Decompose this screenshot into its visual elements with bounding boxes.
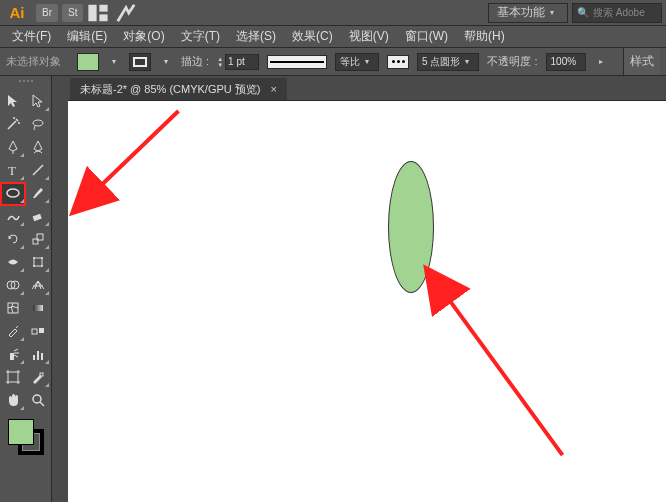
svg-point-14 [41,265,43,267]
menu-view[interactable]: 视图(V) [341,26,397,47]
document-tab-title: 未标题-2* @ 85% (CMYK/GPU 预览) [80,82,260,97]
brush-definition[interactable]: 5 点圆形 ▾ [417,53,479,71]
workspace-switcher[interactable]: 基本功能 ▾ [488,3,568,23]
fill-color-chip[interactable] [8,419,34,445]
curvature-tool[interactable] [26,136,50,158]
svg-point-11 [33,257,35,259]
mesh-tool[interactable] [1,297,25,319]
column-graph-tool[interactable] [26,343,50,365]
stroke-swatch[interactable] [129,53,151,71]
ai-logo: Ai [4,3,30,23]
menu-help[interactable]: 帮助(H) [456,26,513,47]
magic-wand-tool[interactable] [1,113,25,135]
annotation-arrow-to-shape [428,271,563,456]
chevron-down-icon: ▾ [545,4,559,22]
annotation-overlay [68,101,666,502]
canvas[interactable] [68,100,666,502]
opacity-chevron-icon[interactable]: ▸ [594,53,608,71]
svg-rect-0 [89,4,97,21]
svg-rect-7 [33,214,42,221]
perspective-grid-tool[interactable] [26,274,50,296]
search-placeholder: 搜索 Adobe [593,6,645,20]
direct-selection-tool[interactable] [26,90,50,112]
fill-dd-icon[interactable]: ▾ [107,53,121,71]
zoom-tool[interactable] [26,389,50,411]
brush-preview[interactable] [387,55,409,69]
stroke-sample[interactable] [267,55,327,69]
menu-effect[interactable]: 效果(C) [284,26,341,47]
selection-status: 未选择对象 [6,54,61,69]
line-segment-tool[interactable] [26,159,50,181]
bridge-button[interactable]: Br [36,4,58,22]
rotate-tool[interactable] [1,228,25,250]
menu-object[interactable]: 对象(O) [115,26,172,47]
svg-rect-22 [33,355,35,360]
stock-button[interactable]: St [62,4,83,22]
scale-tool[interactable] [26,228,50,250]
svg-line-28 [40,402,44,406]
blend-tool[interactable] [26,320,50,342]
stroke-dd-icon[interactable]: ▾ [159,53,173,71]
shape-builder-tool[interactable] [1,274,25,296]
graphic-style[interactable]: 样式 [623,48,660,75]
menu-bar: 文件(F) 编辑(E) 对象(O) 文字(T) 选择(S) 效果(C) 视图(V… [0,26,666,48]
workspace-body: T [0,76,666,502]
document-tab-bar: 未标题-2* @ 85% (CMYK/GPU 预览) × [68,76,666,100]
annotation-arrow-to-tool [75,111,179,211]
svg-rect-19 [32,329,37,334]
menu-edit[interactable]: 编辑(E) [59,26,115,47]
eyedropper-tool[interactable] [1,320,25,342]
svg-rect-18 [33,305,43,311]
menu-select[interactable]: 选择(S) [228,26,284,47]
svg-point-27 [33,395,41,403]
close-icon[interactable]: × [270,83,276,95]
app-root: Ai Br St 基本功能 ▾ 🔍 搜索 Adobe 文件(F) 编辑(E) 对… [0,0,666,502]
hand-tool[interactable] [1,389,25,411]
selection-tool[interactable] [1,90,25,112]
menu-type[interactable]: 文字(T) [173,26,228,47]
title-bar: Ai Br St 基本功能 ▾ 🔍 搜索 Adobe [0,0,666,26]
type-tool[interactable]: T [1,159,25,181]
variable-width-profile[interactable]: 等比 ▾ [335,53,379,71]
gpu-perf-icon[interactable] [115,4,137,22]
stroke-weight-stepper[interactable]: ▲▼ [217,53,259,71]
opacity-label: 不透明度 : [487,54,537,69]
panel-grip[interactable] [6,80,46,88]
pen-tool[interactable] [1,136,25,158]
artboard-tool[interactable] [1,366,25,388]
fill-swatch[interactable] [77,53,99,71]
svg-rect-20 [39,328,44,333]
gradient-tool[interactable] [26,297,50,319]
width-tool[interactable] [1,251,25,273]
stroke-weight-input[interactable] [225,54,259,70]
svg-point-3 [33,120,43,126]
slice-tool[interactable] [26,366,50,388]
svg-rect-24 [41,353,43,360]
search-input[interactable]: 🔍 搜索 Adobe [572,3,662,23]
eraser-tool[interactable] [26,205,50,227]
svg-rect-23 [37,351,39,360]
fill-stroke-color[interactable] [6,417,46,457]
control-bar: 未选择对象 ▾ ▾ 描边 : ▲▼ 等比 ▾ 5 点圆形 ▾ 不透明度 : 10… [0,48,666,76]
opacity-input[interactable]: 100% [546,53,586,71]
workspace-label: 基本功能 [497,4,545,21]
menu-file[interactable]: 文件(F) [4,26,59,47]
svg-rect-26 [40,373,43,376]
svg-rect-17 [8,303,18,313]
free-transform-tool[interactable] [26,251,50,273]
svg-point-12 [41,257,43,259]
menu-window[interactable]: 窗口(W) [397,26,456,47]
shaper-tool[interactable] [1,205,25,227]
lasso-tool[interactable] [26,113,50,135]
paintbrush-tool[interactable] [26,182,50,204]
svg-line-5 [33,165,43,175]
document-tab[interactable]: 未标题-2* @ 85% (CMYK/GPU 预览) × [70,78,287,100]
drawn-ellipse-shape[interactable] [388,161,434,293]
svg-text:T: T [8,163,16,178]
tool-panel: T [0,76,52,502]
symbol-sprayer-tool[interactable] [1,343,25,365]
svg-point-13 [33,265,35,267]
ellipse-tool[interactable] [1,182,25,204]
svg-rect-10 [34,258,42,266]
arrange-docs-icon[interactable] [87,4,109,22]
